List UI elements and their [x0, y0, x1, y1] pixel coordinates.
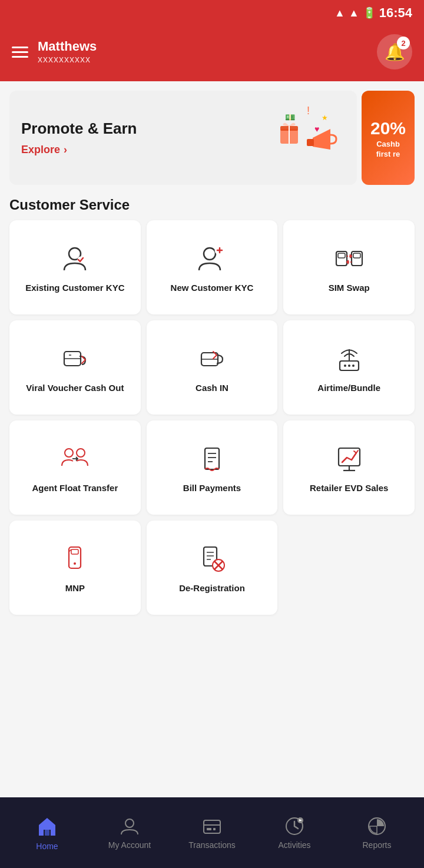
cash-in-icon [197, 343, 227, 374]
nav-transactions[interactable]: Transactions [171, 811, 253, 854]
transactions-icon [201, 816, 223, 837]
svg-text:💵: 💵 [285, 112, 296, 122]
user-name: Matthews [38, 39, 97, 54]
service-agent-float[interactable]: Agent Float Transfer [9, 420, 141, 515]
explore-link[interactable]: Explore › [21, 144, 137, 156]
banner-title: Promote & Earn [21, 120, 137, 138]
svg-rect-17 [353, 253, 360, 258]
reports-icon [366, 816, 387, 837]
nav-activities-label: Activities [278, 840, 310, 850]
status-time: 16:54 [379, 5, 412, 21]
nav-reports[interactable]: Reports [336, 811, 418, 854]
service-new-kyc[interactable]: New Customer KYC [147, 220, 278, 314]
svg-point-24 [352, 365, 355, 367]
explore-label: Explore [21, 144, 60, 156]
svg-text:★: ★ [322, 114, 328, 122]
nav-my-account[interactable]: My Account [88, 811, 171, 854]
activities-icon [284, 816, 305, 837]
service-existing-kyc[interactable]: Existing Customer KYC [9, 220, 141, 314]
svg-rect-28 [205, 448, 219, 469]
retailer-evd-icon [334, 443, 365, 474]
service-airtime-bundle[interactable]: Airtime/Bundle [283, 320, 415, 415]
nav-account-label: My Account [108, 840, 151, 850]
svg-point-23 [348, 365, 350, 367]
cashback-subtext: first re [376, 150, 400, 160]
sim-swap-icon [334, 243, 365, 274]
app-header: Matthews xxxxxxxxxx 🔔 2 [0, 26, 424, 81]
mnp-label: MNP [65, 582, 85, 594]
svg-rect-47 [204, 820, 220, 833]
status-bar: ▲ ▲ 🔋 16:54 [0, 0, 424, 26]
de-registration-label: De-Registration [179, 582, 245, 594]
existing-kyc-label: Existing Customer KYC [25, 282, 124, 294]
svg-rect-36 [71, 549, 78, 554]
banner-section: Promote & Earn Explore › ! ♥ [0, 81, 424, 185]
svg-text:!: ! [307, 105, 310, 117]
service-sim-swap[interactable]: SIM Swap [283, 220, 415, 314]
svg-rect-32 [339, 448, 360, 466]
nav-activities[interactable]: Activities [253, 811, 336, 854]
cash-in-label: Cash IN [196, 382, 228, 394]
mnp-icon [59, 544, 90, 574]
svg-rect-5 [307, 139, 314, 146]
promote-earn-banner[interactable]: Promote & Earn Explore › ! ♥ [9, 91, 357, 185]
service-viral-voucher[interactable]: Viral Voucher Cash Out [9, 320, 141, 415]
service-retailer-evd[interactable]: Retailer EVD Sales [283, 420, 415, 515]
airtime-bundle-label: Airtime/Bundle [317, 382, 380, 394]
retailer-evd-label: Retailer EVD Sales [310, 482, 388, 494]
explore-arrow-icon: › [64, 144, 67, 156]
hamburger-menu[interactable] [12, 47, 28, 58]
svg-rect-50 [213, 828, 216, 830]
svg-point-37 [74, 562, 76, 565]
service-cash-in[interactable]: Cash IN [147, 320, 278, 415]
account-mask: xxxxxxxxxx [38, 54, 97, 65]
services-grid: Existing Customer KYC New Customer KYC S [0, 220, 424, 615]
megaphone-illustration: ! ♥ 💵 ★ [274, 102, 345, 173]
svg-rect-49 [207, 828, 211, 830]
notification-button[interactable]: 🔔 2 [377, 34, 412, 69]
banner-illustration: ! ♥ 💵 ★ [274, 102, 345, 173]
viral-voucher-icon [59, 343, 90, 374]
new-kyc-icon [197, 243, 227, 274]
svg-point-26 [65, 449, 73, 457]
cashback-text: Cashb [376, 140, 400, 150]
bill-payments-icon [197, 443, 227, 474]
svg-rect-15 [338, 253, 345, 258]
cashback-banner[interactable]: 20% Cashb first re [362, 91, 415, 185]
wifi-icon: ▲ [334, 7, 345, 19]
account-icon [119, 816, 140, 837]
nav-home-label: Home [36, 842, 58, 851]
home-icon [35, 814, 59, 838]
new-kyc-label: New Customer KYC [171, 282, 254, 294]
customer-service-title: Customer Service [0, 185, 424, 220]
svg-point-27 [77, 449, 85, 457]
battery-icon: 🔋 [363, 6, 376, 19]
existing-kyc-icon [59, 243, 90, 274]
airtime-bundle-icon [334, 343, 365, 374]
svg-point-46 [125, 819, 134, 827]
nav-transactions-label: Transactions [188, 840, 236, 850]
service-mnp[interactable]: MNP [9, 521, 141, 615]
viral-voucher-label: Viral Voucher Cash Out [26, 382, 124, 394]
svg-point-22 [344, 365, 346, 367]
service-bill-payments[interactable]: Bill Payments [147, 420, 278, 515]
bill-payments-label: Bill Payments [183, 482, 241, 494]
nav-reports-label: Reports [362, 840, 391, 850]
user-info: Matthews xxxxxxxxxx [38, 39, 97, 65]
sim-swap-label: SIM Swap [329, 282, 370, 294]
svg-text:♥: ♥ [314, 124, 319, 134]
svg-point-10 [204, 248, 216, 260]
notification-badge: 2 [397, 37, 410, 49]
de-registration-icon [197, 544, 227, 574]
agent-float-icon [59, 443, 90, 474]
service-de-registration[interactable]: De-Registration [147, 521, 278, 615]
signal-icon: ▲ [349, 7, 359, 19]
bottom-navigation: Home My Account Transactions Activities [0, 797, 424, 868]
cashback-percent: 20% [370, 117, 406, 140]
nav-home[interactable]: Home [6, 810, 88, 856]
agent-float-label: Agent Float Transfer [32, 482, 118, 494]
svg-rect-45 [45, 830, 49, 836]
